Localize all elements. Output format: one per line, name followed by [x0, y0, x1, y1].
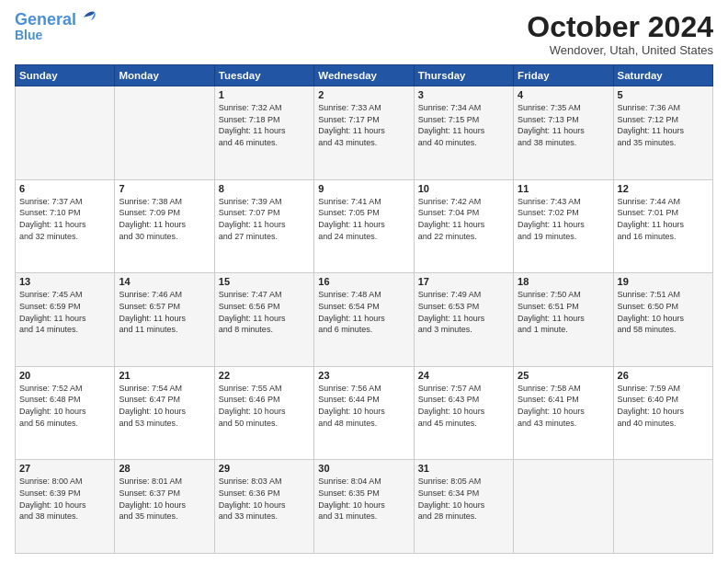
day-info: Sunrise: 8:04 AM Sunset: 6:35 PM Dayligh… [318, 476, 409, 522]
calendar-cell-w1-d4: 2Sunrise: 7:33 AM Sunset: 7:17 PM Daylig… [314, 86, 414, 180]
day-info: Sunrise: 7:42 AM Sunset: 7:04 PM Dayligh… [418, 196, 509, 242]
col-monday: Monday [115, 65, 214, 86]
day-info: Sunrise: 7:35 AM Sunset: 7:13 PM Dayligh… [518, 102, 609, 148]
day-info: Sunrise: 7:51 AM Sunset: 6:50 PM Dayligh… [618, 289, 709, 335]
day-info: Sunrise: 7:57 AM Sunset: 6:43 PM Dayligh… [418, 383, 509, 429]
day-number: 5 [618, 89, 709, 100]
day-info: Sunrise: 7:45 AM Sunset: 6:59 PM Dayligh… [19, 289, 110, 335]
calendar-cell-w2-d4: 9Sunrise: 7:41 AM Sunset: 7:05 PM Daylig… [314, 179, 414, 273]
day-info: Sunrise: 7:47 AM Sunset: 6:56 PM Dayligh… [219, 289, 310, 335]
day-info: Sunrise: 7:59 AM Sunset: 6:40 PM Dayligh… [618, 383, 709, 429]
day-number: 30 [318, 463, 409, 474]
day-info: Sunrise: 8:03 AM Sunset: 6:36 PM Dayligh… [219, 476, 310, 522]
location: Wendover, Utah, United States [527, 43, 713, 57]
day-info: Sunrise: 7:56 AM Sunset: 6:44 PM Dayligh… [318, 383, 409, 429]
day-number: 14 [119, 276, 210, 287]
calendar-cell-w5-d7 [613, 460, 712, 554]
month-title: October 2024 [527, 11, 713, 43]
calendar-cell-w2-d5: 10Sunrise: 7:42 AM Sunset: 7:04 PM Dayli… [414, 179, 513, 273]
day-number: 2 [318, 89, 409, 100]
day-number: 24 [418, 370, 509, 381]
day-info: Sunrise: 7:49 AM Sunset: 6:53 PM Dayligh… [418, 289, 509, 335]
calendar-cell-w1-d6: 4Sunrise: 7:35 AM Sunset: 7:13 PM Daylig… [514, 86, 613, 180]
day-info: Sunrise: 8:01 AM Sunset: 6:37 PM Dayligh… [119, 476, 210, 522]
day-info: Sunrise: 8:00 AM Sunset: 6:39 PM Dayligh… [19, 476, 110, 522]
week-row-2: 6Sunrise: 7:37 AM Sunset: 7:10 PM Daylig… [16, 179, 713, 273]
day-info: Sunrise: 7:37 AM Sunset: 7:10 PM Dayligh… [19, 196, 110, 242]
day-number: 15 [219, 276, 310, 287]
day-number: 4 [518, 89, 609, 100]
day-number: 1 [219, 89, 310, 100]
week-row-5: 27Sunrise: 8:00 AM Sunset: 6:39 PM Dayli… [16, 460, 713, 554]
day-info: Sunrise: 7:41 AM Sunset: 7:05 PM Dayligh… [318, 196, 409, 242]
day-info: Sunrise: 7:38 AM Sunset: 7:09 PM Dayligh… [119, 196, 210, 242]
day-info: Sunrise: 7:46 AM Sunset: 6:57 PM Dayligh… [119, 289, 210, 335]
day-info: Sunrise: 7:39 AM Sunset: 7:07 PM Dayligh… [219, 196, 310, 242]
day-number: 13 [19, 276, 110, 287]
day-info: Sunrise: 7:50 AM Sunset: 6:51 PM Dayligh… [518, 289, 609, 335]
day-number: 22 [219, 370, 310, 381]
week-row-4: 20Sunrise: 7:52 AM Sunset: 6:48 PM Dayli… [16, 366, 713, 460]
calendar-cell-w5-d1: 27Sunrise: 8:00 AM Sunset: 6:39 PM Dayli… [16, 460, 115, 554]
calendar-cell-w2-d6: 11Sunrise: 7:43 AM Sunset: 7:02 PM Dayli… [514, 179, 613, 273]
calendar-cell-w2-d3: 8Sunrise: 7:39 AM Sunset: 7:07 PM Daylig… [214, 179, 313, 273]
header: General Blue October 2024 Wendover, Utah… [15, 11, 713, 57]
week-row-3: 13Sunrise: 7:45 AM Sunset: 6:59 PM Dayli… [16, 273, 713, 367]
day-number: 18 [518, 276, 609, 287]
day-number: 21 [119, 370, 210, 381]
calendar-cell-w5-d3: 29Sunrise: 8:03 AM Sunset: 6:36 PM Dayli… [214, 460, 313, 554]
col-tuesday: Tuesday [214, 65, 313, 86]
day-info: Sunrise: 7:36 AM Sunset: 7:12 PM Dayligh… [618, 102, 709, 148]
day-number: 9 [318, 183, 409, 194]
calendar-cell-w1-d2 [115, 86, 214, 180]
day-info: Sunrise: 7:44 AM Sunset: 7:01 PM Dayligh… [618, 196, 709, 242]
calendar-cell-w1-d3: 1Sunrise: 7:32 AM Sunset: 7:18 PM Daylig… [214, 86, 313, 180]
day-info: Sunrise: 7:32 AM Sunset: 7:18 PM Dayligh… [219, 102, 310, 148]
calendar-cell-w1-d7: 5Sunrise: 7:36 AM Sunset: 7:12 PM Daylig… [613, 86, 712, 180]
day-info: Sunrise: 7:55 AM Sunset: 6:46 PM Dayligh… [219, 383, 310, 429]
calendar-table: Sunday Monday Tuesday Wednesday Thursday… [15, 64, 713, 554]
week-row-1: 1Sunrise: 7:32 AM Sunset: 7:18 PM Daylig… [16, 86, 713, 180]
col-wednesday: Wednesday [314, 65, 414, 86]
col-saturday: Saturday [613, 65, 712, 86]
calendar-cell-w4-d1: 20Sunrise: 7:52 AM Sunset: 6:48 PM Dayli… [16, 366, 115, 460]
day-info: Sunrise: 7:43 AM Sunset: 7:02 PM Dayligh… [518, 196, 609, 242]
calendar-cell-w1-d1 [16, 86, 115, 180]
calendar-cell-w3-d1: 13Sunrise: 7:45 AM Sunset: 6:59 PM Dayli… [16, 273, 115, 367]
day-number: 19 [618, 276, 709, 287]
logo-general-text: General [15, 11, 76, 28]
day-number: 10 [418, 183, 509, 194]
day-number: 7 [119, 183, 210, 194]
calendar-cell-w3-d3: 15Sunrise: 7:47 AM Sunset: 6:56 PM Dayli… [214, 273, 313, 367]
day-info: Sunrise: 7:58 AM Sunset: 6:41 PM Dayligh… [518, 383, 609, 429]
day-number: 11 [518, 183, 609, 194]
logo-bird-icon [78, 10, 98, 27]
calendar-cell-w2-d1: 6Sunrise: 7:37 AM Sunset: 7:10 PM Daylig… [16, 179, 115, 273]
day-number: 29 [219, 463, 310, 474]
calendar-cell-w4-d7: 26Sunrise: 7:59 AM Sunset: 6:40 PM Dayli… [613, 366, 712, 460]
calendar-cell-w3-d5: 17Sunrise: 7:49 AM Sunset: 6:53 PM Dayli… [414, 273, 513, 367]
col-friday: Friday [514, 65, 613, 86]
calendar-cell-w2-d2: 7Sunrise: 7:38 AM Sunset: 7:09 PM Daylig… [115, 179, 214, 273]
col-sunday: Sunday [16, 65, 115, 86]
day-number: 8 [219, 183, 310, 194]
day-number: 3 [418, 89, 509, 100]
title-block: October 2024 Wendover, Utah, United Stat… [527, 11, 713, 57]
calendar-header-row: Sunday Monday Tuesday Wednesday Thursday… [16, 65, 713, 86]
calendar-cell-w1-d5: 3Sunrise: 7:34 AM Sunset: 7:15 PM Daylig… [414, 86, 513, 180]
day-number: 31 [418, 463, 509, 474]
day-number: 23 [318, 370, 409, 381]
calendar-cell-w4-d4: 23Sunrise: 7:56 AM Sunset: 6:44 PM Dayli… [314, 366, 414, 460]
calendar-cell-w5-d4: 30Sunrise: 8:04 AM Sunset: 6:35 PM Dayli… [314, 460, 414, 554]
logo: General Blue [15, 11, 98, 42]
day-number: 17 [418, 276, 509, 287]
day-number: 16 [318, 276, 409, 287]
calendar-cell-w4-d2: 21Sunrise: 7:54 AM Sunset: 6:47 PM Dayli… [115, 366, 214, 460]
logo-blue-text: Blue [15, 28, 42, 42]
page: General Blue October 2024 Wendover, Utah… [0, 0, 728, 563]
calendar-cell-w3-d4: 16Sunrise: 7:48 AM Sunset: 6:54 PM Dayli… [314, 273, 414, 367]
calendar-cell-w3-d2: 14Sunrise: 7:46 AM Sunset: 6:57 PM Dayli… [115, 273, 214, 367]
day-number: 12 [618, 183, 709, 194]
col-thursday: Thursday [414, 65, 513, 86]
calendar-cell-w4-d3: 22Sunrise: 7:55 AM Sunset: 6:46 PM Dayli… [214, 366, 313, 460]
